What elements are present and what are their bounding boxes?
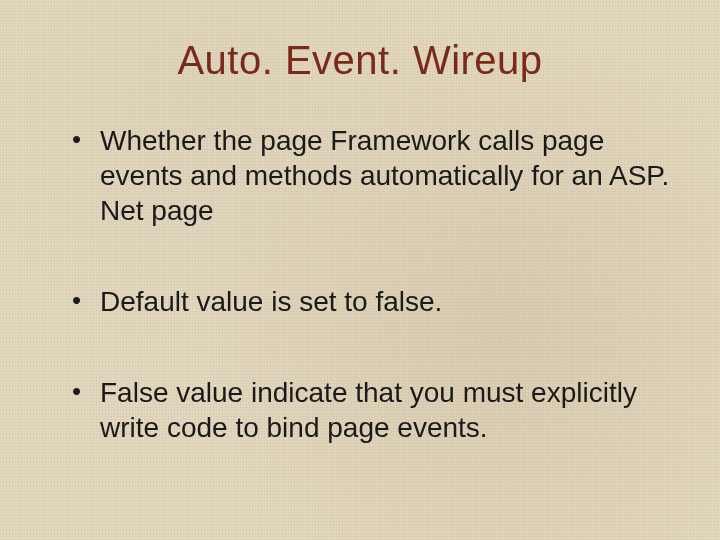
bullet-item: Whether the page Framework calls page ev… <box>70 123 670 228</box>
bullet-list: Whether the page Framework calls page ev… <box>70 123 670 445</box>
bullet-item: Default value is set to false. <box>70 284 670 319</box>
slide: Auto. Event. Wireup Whether the page Fra… <box>0 0 720 540</box>
bullet-item: False value indicate that you must expli… <box>70 375 670 445</box>
slide-content: Whether the page Framework calls page ev… <box>50 123 670 445</box>
slide-title: Auto. Event. Wireup <box>50 38 670 83</box>
